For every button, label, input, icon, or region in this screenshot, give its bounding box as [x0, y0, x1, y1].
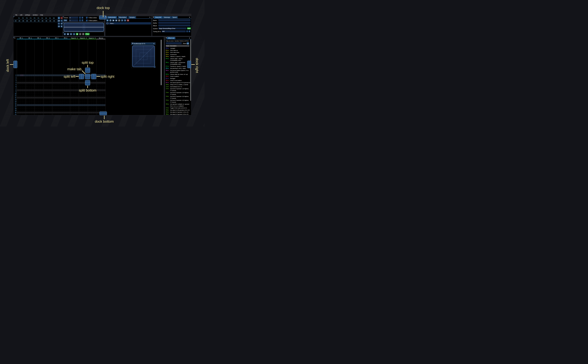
tab-instruments[interactable]: Instruments: [107, 16, 117, 18]
pattern-cell[interactable]: ··· ·· ·· ·· ··: [61, 113, 70, 115]
pattern-scrollbar[interactable]: [161, 40, 162, 85]
pattern-cell[interactable]: ··· ·· ·· ·· ··: [43, 76, 52, 78]
pattern-cell[interactable]: ··· ·· ·· ·· ··: [17, 89, 26, 91]
pattern-cell[interactable]: ··· ·· ·· ·· ··: [34, 100, 43, 102]
follow-orders-checkbox[interactable]: [86, 17, 88, 19]
pattern-cell[interactable]: ··· ·· ·· ·· ··: [61, 112, 70, 113]
pattern-cell[interactable]: ··· ·· ·· ·· ··: [70, 100, 79, 102]
pattern-cell[interactable]: ··· ·· ·· ·· ··: [43, 93, 52, 95]
orders-cell[interactable]: 00: [29, 20, 33, 22]
pattern-cell[interactable]: ··· ·· ·· ·· ··: [26, 85, 35, 87]
pattern-cell[interactable]: ··· ·· ·· ·· ··: [34, 89, 43, 91]
pattern-cell[interactable]: ··· ·· ·· ·· ··: [97, 106, 106, 108]
pattern-cell[interactable]: ··· ·· ·· ·· ··: [52, 104, 61, 106]
pattern-cell[interactable]: ··· ·· ·· ·· ··: [43, 99, 52, 100]
pattern-cell[interactable]: ··· ·· ·· ·· ··: [61, 100, 70, 102]
pattern-cell[interactable]: ··· ·· ·· ·· ··: [52, 112, 61, 113]
pattern-cell[interactable]: ··· ·· ·· ·· ··: [88, 104, 97, 106]
pattern-cell[interactable]: ··· ·· ·· ·· ··: [97, 84, 106, 85]
pattern-cell[interactable]: ··· ·· ·· ·· ··: [70, 112, 79, 113]
pattern-cell[interactable]: ··· ·· ·· ·· ··: [26, 93, 35, 95]
pattern-cell[interactable]: ··· ·· ·· ·· ··: [79, 110, 88, 112]
pattern-cell[interactable]: ··· ·· ·· ·· ··: [17, 110, 26, 112]
pattern-cell[interactable]: ··· ·· ·· ·· ··: [43, 89, 52, 91]
pattern-cell[interactable]: ··· ·· ·· ·· ··: [70, 110, 79, 112]
follow-pattern-checkbox[interactable]: [86, 20, 88, 21]
pattern-cell[interactable]: ··· ·· ·· ·· ··: [70, 99, 79, 100]
pattern-cell[interactable]: ··· ·· ·· ·· ··: [52, 87, 61, 89]
pattern-cell[interactable]: ··· ·· ·· ·· ··: [52, 89, 61, 91]
pattern-cell[interactable]: ··· ·· ·· ·· ··: [17, 82, 26, 84]
pattern-cell[interactable]: ··· ·· ·· ·· ··: [70, 97, 79, 99]
remove-order-button[interactable]: [60, 17, 63, 19]
tuning-minus-button[interactable]: -: [186, 30, 188, 32]
pattern-cell[interactable]: ··· ·· ·· ·· ··: [61, 108, 70, 110]
pattern-cell[interactable]: ··· ·· ·· ·· ··: [34, 91, 43, 93]
pattern-cell[interactable]: ··· ·· ·· ·· ··: [26, 100, 35, 102]
octave-minus-button[interactable]: -: [79, 17, 81, 19]
pattern-cell[interactable]: ··· ·· ·· ·· ··: [70, 95, 79, 97]
pattern-cell[interactable]: ··· ·· ·· ·· ··: [34, 87, 43, 89]
collapse-caret-icon[interactable]: [132, 43, 133, 44]
pattern-cell[interactable]: ··· ·· ·· ·· ··: [52, 102, 61, 104]
play-pattern-button[interactable]: [67, 33, 69, 35]
menu-window[interactable]: window: [31, 14, 39, 16]
pattern-cell[interactable]: ··· ·· ·· ·· ··: [17, 80, 26, 82]
step-input[interactable]: 1: [69, 19, 78, 21]
pattern-cell[interactable]: ··· ·· ·· ·· ··: [26, 97, 35, 99]
pattern-cell[interactable]: ··· ·· ·· ·· ··: [70, 87, 79, 89]
pattern-cell[interactable]: ··· ·· ·· ·· ··: [52, 110, 61, 112]
move-order-up-button[interactable]: [60, 20, 63, 22]
pattern-cell[interactable]: ··· ·· ·· ·· ··: [70, 108, 79, 110]
pattern-cell[interactable]: ··· ·· ·· ·· ··: [43, 91, 52, 93]
tab-speed[interactable]: Speed: [171, 16, 178, 18]
pattern-cell[interactable]: ··· ·· ·· ·· ··: [52, 95, 61, 97]
pattern-cell[interactable]: ··· ·· ·· ·· ··: [34, 76, 43, 78]
menu-help[interactable]: help: [39, 14, 44, 16]
pattern-cell[interactable]: ··· ·· ·· ·· ··: [70, 84, 79, 85]
pattern-cell[interactable]: ··· ·· ·· ·· ··: [26, 95, 35, 97]
system-field[interactable]: Sega Genesis/Mega Drive: [158, 27, 186, 29]
pattern-cell[interactable]: ··· ·· ·· ·· ··: [97, 99, 106, 100]
pattern-cell[interactable]: ··· ·· ·· ·· ··: [79, 85, 88, 87]
pattern-cell[interactable]: ··· ·· ·· ·· ··: [17, 76, 26, 78]
pattern-cell[interactable]: ··· ·· ·· ·· ··: [52, 78, 61, 80]
effect-search-input[interactable]: [166, 42, 182, 44]
pattern-cell[interactable]: ··· ·· ·· ·· ··: [34, 110, 43, 112]
pattern-cell[interactable]: ··· ·· ·· ·· ··: [88, 93, 97, 95]
pattern-cell[interactable]: ··· ·· ·· ·· ··: [43, 82, 52, 84]
pattern-cell[interactable]: ··· ·· ·· ·· ··: [61, 84, 70, 85]
pattern-cell[interactable]: ··· ·· ·· ·· ··: [97, 108, 106, 110]
pattern-cell[interactable]: ··· ·· ·· ·· ··: [79, 102, 88, 104]
pattern-cell[interactable]: ··· ·· ·· ·· ··: [52, 113, 61, 115]
pattern-cell[interactable]: ··· ·· ·· ·· ··: [52, 74, 61, 76]
pattern-cell[interactable]: ··· ·· ·· ·· ··: [43, 95, 52, 97]
pattern-cell[interactable]: ··· ·· ·· ·· ··: [34, 104, 43, 106]
pattern-cell[interactable]: ··· ·· ·· ·· ··: [97, 110, 106, 112]
pattern-cell[interactable]: ··· ·· ·· ·· ··: [17, 97, 26, 99]
menu-file[interactable]: file: [14, 14, 19, 16]
pattern-cell[interactable]: ··· ·· ·· ·· ··: [61, 82, 70, 84]
repeat-pattern-button[interactable]: [82, 33, 84, 35]
play-button[interactable]: [64, 33, 66, 35]
tuning-plus-button[interactable]: +: [189, 30, 190, 32]
pattern-cell[interactable]: ··· ·· ·· ·· ··: [34, 108, 43, 110]
pattern-cell[interactable]: ··· ·· ·· ·· ··: [17, 104, 26, 106]
pattern-cell[interactable]: ··· ·· ·· ·· ··: [88, 95, 97, 97]
add-order-button[interactable]: [58, 17, 60, 19]
metronome-button[interactable]: [79, 33, 81, 35]
pattern-cell[interactable]: ··· ·· ·· ·· ··: [43, 104, 52, 106]
pattern-cell[interactable]: ··· ·· ·· ·· ··: [34, 82, 43, 84]
pattern-cell[interactable]: ··· ·· ·· ·· ··: [88, 113, 97, 115]
pattern-cell[interactable]: ··· ·· ·· ·· ··: [17, 100, 26, 102]
save-instrument-button[interactable]: [115, 19, 118, 22]
pattern-cell[interactable]: ··· ·· ·· ·· ··: [88, 102, 97, 104]
tab-wavetables[interactable]: Wavetables: [118, 16, 127, 18]
pattern-cell[interactable]: ··· ·· ·· ·· ··: [70, 91, 79, 93]
pattern-cell[interactable]: ··· ·· ·· ·· ··: [26, 99, 35, 100]
pattern-cell[interactable]: ··· ·· ·· ·· ··: [79, 95, 88, 97]
pattern-cell[interactable]: ··· ·· ·· ·· ··: [79, 104, 88, 106]
duplicate-order-end-button[interactable]: [60, 22, 63, 25]
pattern-cell[interactable]: ··· ·· ·· ·· ··: [34, 93, 43, 95]
collapse-caret-icon[interactable]: [153, 17, 154, 18]
